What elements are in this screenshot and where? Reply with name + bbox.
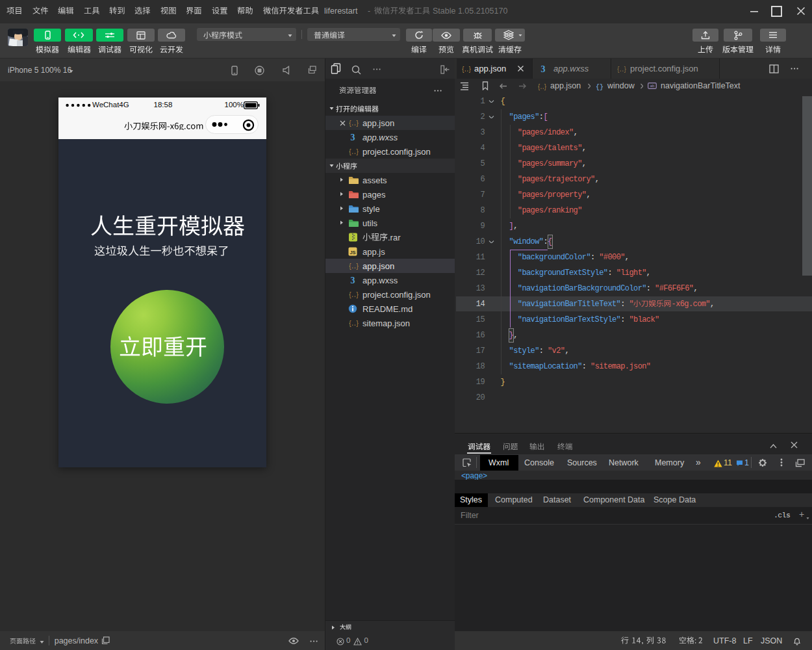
svg-text:{..}: {..} (349, 291, 359, 299)
svg-text:3: 3 (351, 133, 355, 141)
svg-text:{..}: {..} (462, 65, 471, 73)
svg-text:{..}: {..} (349, 319, 359, 328)
svg-text:{}: {} (596, 83, 603, 91)
svg-text:JS: JS (349, 250, 355, 255)
svg-text:{..}: {..} (617, 65, 626, 73)
svg-text:3: 3 (351, 276, 355, 284)
svg-text:{..}: {..} (538, 83, 546, 91)
svg-text:{..}: {..} (349, 119, 359, 127)
svg-text:ab: ab (650, 84, 655, 88)
svg-text:3: 3 (541, 65, 546, 73)
svg-text:{..}: {..} (349, 262, 359, 270)
svg-text:{..}: {..} (349, 148, 359, 156)
